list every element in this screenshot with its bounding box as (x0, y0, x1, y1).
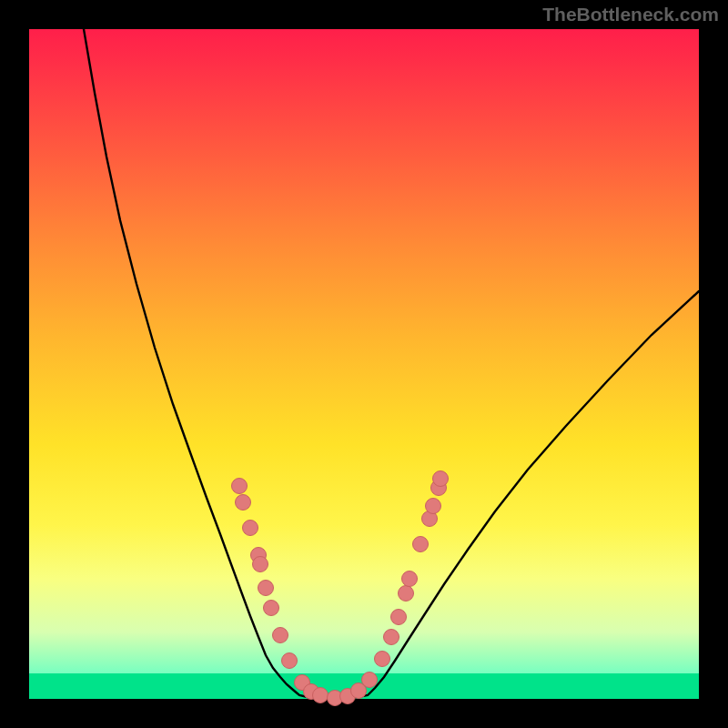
chart-frame: TheBottleneck.com (0, 0, 728, 728)
watermark-text: TheBottleneck.com (542, 4, 719, 25)
data-marker (232, 479, 248, 494)
data-marker (243, 521, 258, 536)
data-marker (375, 652, 390, 667)
chart-svg (29, 29, 699, 699)
data-marker (426, 499, 441, 514)
data-marker (402, 571, 418, 587)
data-marker (433, 471, 449, 487)
bottleneck-curve (84, 29, 699, 699)
data-marker (253, 557, 268, 572)
chart-plot-area (29, 29, 699, 699)
data-markers (232, 471, 449, 706)
data-marker (384, 630, 399, 645)
data-marker (273, 628, 288, 643)
data-marker (313, 688, 329, 703)
data-marker (399, 586, 414, 602)
data-marker (258, 581, 274, 596)
data-marker (264, 601, 279, 616)
data-marker (236, 495, 251, 511)
data-marker (413, 537, 429, 552)
data-marker (391, 610, 407, 625)
data-marker (362, 672, 378, 688)
data-marker (282, 653, 298, 669)
